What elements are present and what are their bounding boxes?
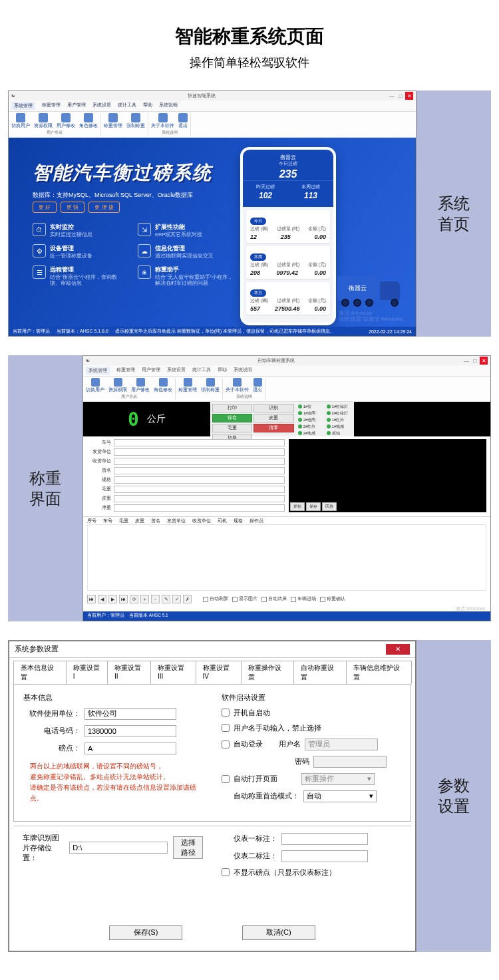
video-保存[interactable]: 保存 — [306, 502, 321, 511]
opt-称重确认[interactable]: 称重确认 — [320, 596, 345, 602]
ribbon-关于本软件[interactable]: 关于本软件 — [226, 378, 249, 393]
minimize-icon[interactable]: — — [388, 92, 396, 100]
control-皮重[interactable]: 皮重 — [253, 414, 293, 422]
pager-ok-icon[interactable]: ✓ — [172, 595, 181, 603]
company-input[interactable] — [84, 708, 176, 720]
control-识别[interactable]: 识别 — [253, 404, 293, 412]
menu-item[interactable]: 系统管理 — [11, 102, 35, 110]
ribbon-用户修改[interactable]: 用户修改 — [57, 113, 75, 129]
tab-称重设置III[interactable]: 称重设置III — [150, 661, 196, 684]
menu-item[interactable]: 称重管理 — [116, 367, 135, 375]
tab-自动称重设置[interactable]: 自动称重设置 — [293, 661, 347, 684]
checkbox-icon[interactable] — [291, 597, 296, 602]
opt-自动刷新[interactable]: 自动刷新 — [203, 596, 228, 602]
opt-车辆进场[interactable]: 车辆进场 — [291, 596, 316, 602]
station-input[interactable] — [84, 742, 176, 754]
menu-item[interactable]: 统计工具 — [192, 367, 211, 375]
ribbon-切换用户[interactable]: 切换用户 — [11, 113, 30, 129]
ribbon-资源权限[interactable]: 资源权限 — [108, 378, 127, 393]
auto-login-checkbox[interactable] — [222, 740, 230, 748]
ribbon-角色修改[interactable]: 角色修改 — [79, 113, 98, 129]
pager-next-icon[interactable]: ▶ — [108, 595, 117, 603]
auto-open-checkbox[interactable] — [222, 775, 230, 783]
ribbon-称重管理[interactable]: 称重管理 — [178, 378, 197, 393]
ribbon-退出[interactable]: 退出 — [178, 113, 188, 129]
save-button[interactable]: 保存(S) — [109, 925, 182, 940]
manual-user-checkbox[interactable] — [222, 724, 230, 732]
pager-first-icon[interactable]: ⏮ — [87, 595, 96, 603]
hide-station-checkbox[interactable] — [222, 868, 230, 876]
video-抓拍[interactable]: 抓拍 — [290, 502, 305, 511]
maximize-icon[interactable]: □ — [471, 357, 479, 365]
tab-称重设置IV[interactable]: 称重设置IV — [196, 661, 242, 684]
field-车号[interactable] — [114, 439, 285, 446]
menu-item[interactable]: 帮助 — [218, 367, 227, 375]
ribbon-资源权限[interactable]: 资源权限 — [34, 113, 53, 129]
field-发货单位[interactable] — [114, 448, 285, 456]
menu-item[interactable]: 称重管理 — [42, 102, 61, 110]
meter2-input[interactable] — [281, 850, 368, 862]
path-input[interactable] — [69, 842, 168, 854]
tab-称重设置I[interactable]: 称重设置I — [66, 661, 108, 684]
close-icon[interactable]: ✕ — [405, 92, 413, 100]
cancel-button[interactable]: 取消(C) — [242, 925, 315, 940]
checkbox-icon[interactable] — [261, 597, 267, 602]
menu-item[interactable]: 统计工具 — [118, 102, 136, 110]
meter1-input[interactable] — [281, 833, 368, 845]
opt-自动清屏[interactable]: 自动清屏 — [261, 596, 287, 602]
ribbon-强制称重[interactable]: 强制称重 — [201, 378, 220, 393]
pager-cancel-icon[interactable]: ✗ — [183, 595, 192, 603]
pager-edit-icon[interactable]: ✎ — [162, 595, 170, 603]
close-icon[interactable]: ✕ — [386, 644, 410, 655]
tab-称重设置II[interactable]: 称重设置II — [107, 661, 151, 684]
maximize-icon[interactable]: □ — [397, 92, 405, 100]
ribbon-退出[interactable]: 退出 — [253, 378, 262, 393]
ribbon-强制称重[interactable]: 强制称重 — [126, 113, 145, 129]
pager-del-icon[interactable]: － — [151, 595, 160, 603]
control-清零[interactable]: 清零 — [253, 424, 293, 432]
ribbon-角色修改[interactable]: 角色修改 — [154, 378, 172, 393]
password-input[interactable] — [313, 756, 387, 768]
tab-车辆信息维护设置[interactable]: 车辆信息维护设置 — [346, 661, 412, 684]
ribbon-用户修改[interactable]: 用户修改 — [131, 378, 150, 393]
ribbon-切换用户[interactable]: 切换用户 — [86, 378, 104, 393]
field-净重[interactable] — [114, 504, 285, 512]
field-收货单位[interactable] — [114, 458, 285, 465]
checkbox-icon[interactable] — [232, 597, 238, 602]
checkbox-icon[interactable] — [320, 597, 325, 602]
menu-item[interactable]: 用户管理 — [142, 367, 160, 375]
menu-item[interactable]: 用户管理 — [67, 102, 86, 110]
pager-last-icon[interactable]: ⏭ — [119, 595, 128, 603]
opt-显示图片[interactable]: 显示图片 — [232, 596, 257, 602]
ribbon-关于本软件[interactable]: 关于本软件 — [151, 113, 174, 129]
menu-item[interactable]: 系统说明 — [234, 367, 252, 375]
auto-start-checkbox[interactable] — [222, 709, 230, 717]
menu-item[interactable]: 系统说明 — [159, 102, 178, 110]
pager-prev-icon[interactable]: ◀ — [98, 595, 106, 603]
menu-item[interactable]: 系统管理 — [86, 367, 110, 375]
minimize-icon[interactable]: — — [462, 357, 470, 365]
mode-select[interactable]: 自动▾ — [303, 790, 377, 802]
menu-item[interactable]: 帮助 — [143, 102, 152, 110]
tab-称重操作设置[interactable]: 称重操作设置 — [241, 661, 294, 684]
control-保存[interactable]: 保存 — [212, 414, 252, 422]
browse-button[interactable]: 选择路径 — [173, 836, 203, 859]
pager-add-icon[interactable]: ＋ — [140, 595, 149, 603]
video-回放[interactable]: 回放 — [322, 502, 337, 511]
field-皮重[interactable] — [114, 495, 285, 502]
username-input[interactable]: 管理员 — [305, 738, 378, 750]
field-货名[interactable] — [114, 467, 285, 474]
control-毛重[interactable]: 毛重 — [212, 424, 252, 432]
checkbox-icon[interactable] — [203, 597, 208, 602]
control-打印[interactable]: 打印 — [212, 404, 252, 412]
close-icon[interactable]: ✕ — [480, 357, 488, 365]
pager-refresh-icon[interactable]: ⟳ — [130, 595, 138, 603]
tab-基本信息设置[interactable]: 基本信息设置 — [13, 661, 67, 684]
page-select[interactable]: 称重操作▾ — [301, 773, 375, 785]
field-毛重[interactable] — [114, 486, 285, 493]
field-规格[interactable] — [114, 476, 285, 484]
ribbon-称重管理[interactable]: 称重管理 — [104, 113, 122, 129]
menu-item[interactable]: 系统设置 — [92, 102, 111, 110]
menu-item[interactable]: 系统设置 — [167, 367, 186, 375]
phone-input[interactable] — [84, 725, 176, 737]
